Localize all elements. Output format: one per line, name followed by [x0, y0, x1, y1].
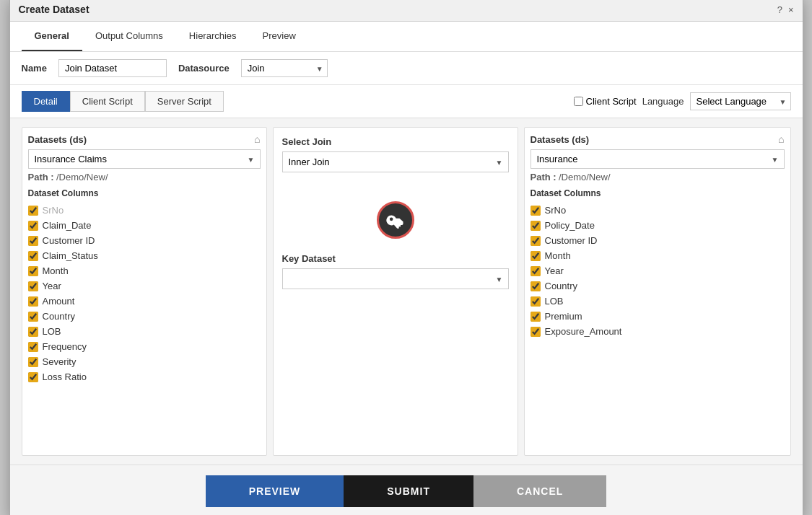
- col-checkbox-month-right[interactable]: [531, 251, 541, 261]
- help-icon[interactable]: ?: [777, 4, 782, 15]
- datasource-select[interactable]: Join SQL CSV: [241, 59, 328, 77]
- list-item: Month: [531, 248, 785, 263]
- col-checkbox-lob-right[interactable]: [531, 296, 541, 307]
- col-checkbox-claimstatus[interactable]: [28, 251, 38, 261]
- col-label-frequency: Frequency: [43, 341, 87, 352]
- left-path-value: /Demo/New/: [56, 172, 108, 182]
- col-label-country-left: Country: [43, 311, 76, 322]
- list-item: Country: [531, 278, 785, 294]
- col-label-exposureamount: Exposure_Amount: [545, 326, 622, 337]
- subtab-server-script[interactable]: Server Script: [145, 91, 224, 112]
- tab-general[interactable]: General: [22, 22, 82, 51]
- list-item: Customer ID: [531, 233, 785, 248]
- col-checkbox-lossratio[interactable]: [28, 372, 38, 382]
- select-join-label: Select Join: [282, 136, 509, 147]
- col-label-lob-left: LOB: [43, 326, 61, 337]
- list-item: Frequency: [28, 339, 261, 354]
- left-home-icon[interactable]: ⌂: [254, 133, 260, 145]
- col-checkbox-claimdate[interactable]: [28, 221, 38, 231]
- key-dataset-label: Key Dataset: [282, 253, 509, 264]
- tab-output-columns[interactable]: Output Columns: [82, 22, 176, 51]
- col-checkbox-premium[interactable]: [531, 312, 541, 322]
- language-select[interactable]: Select Language: [690, 92, 791, 110]
- tabs-row: General Output Columns Hierarchies Previ…: [10, 22, 803, 52]
- col-label-srno-left: SrNo: [43, 205, 64, 216]
- cancel-button[interactable]: CANCEL: [473, 475, 606, 507]
- right-columns-title: Dataset Columns: [531, 188, 785, 198]
- right-panel-header: Datasets (ds) ⌂: [531, 133, 785, 145]
- list-item: Loss Ratio: [28, 369, 261, 384]
- client-script-checkbox-wrapper: Client Script: [574, 96, 637, 107]
- col-label-claimdate: Claim_Date: [43, 220, 92, 231]
- col-checkbox-year-right[interactable]: [531, 266, 541, 276]
- col-checkbox-customerid-right[interactable]: [531, 236, 541, 246]
- right-path-label: Path :: [531, 172, 556, 182]
- col-checkbox-lob-left[interactable]: [28, 327, 38, 337]
- col-label-country-right: Country: [545, 281, 578, 291]
- language-label: Language: [642, 96, 684, 107]
- close-icon[interactable]: ×: [788, 4, 794, 15]
- preview-button[interactable]: PREVIEW: [206, 475, 344, 507]
- col-label-customerid-left: Customer ID: [43, 235, 95, 246]
- col-checkbox-month-left[interactable]: [28, 266, 38, 276]
- footer: PREVIEW SUBMIT CANCEL: [10, 465, 803, 515]
- name-label: Name: [22, 63, 47, 74]
- col-checkbox-severity[interactable]: [28, 357, 38, 367]
- col-checkbox-country-left[interactable]: [28, 312, 38, 322]
- client-script-checkbox[interactable]: [574, 97, 583, 106]
- col-label-srno-right: SrNo: [545, 205, 567, 216]
- col-checkbox-country-right[interactable]: [531, 281, 541, 291]
- left-panel-header: Datasets (ds) ⌂: [28, 133, 261, 145]
- key-dataset-wrapper: [282, 268, 509, 289]
- submit-button[interactable]: SUBMIT: [344, 475, 473, 507]
- center-panel: Select Join Inner Join Left Join Right J…: [273, 127, 518, 456]
- list-item: SrNo: [531, 203, 785, 218]
- list-item: Premium: [531, 309, 785, 324]
- col-label-customerid-right: Customer ID: [545, 235, 598, 246]
- list-item: Claim_Date: [28, 218, 261, 233]
- left-path-label: Path :: [28, 172, 54, 182]
- left-dataset-select[interactable]: Insurance Claims: [28, 149, 261, 169]
- key-icon-circle[interactable]: [377, 201, 414, 239]
- subtab-client-script[interactable]: Client Script: [70, 91, 145, 112]
- col-label-year-left: Year: [43, 281, 61, 291]
- col-checkbox-srno-right[interactable]: [531, 206, 541, 216]
- name-row: Name Datasource Join SQL CSV: [10, 52, 803, 85]
- col-checkbox-year-left[interactable]: [28, 281, 38, 291]
- right-dataset-select[interactable]: Insurance: [531, 149, 785, 169]
- datasource-wrapper: Join SQL CSV: [241, 59, 328, 77]
- left-columns-title: Dataset Columns: [28, 188, 261, 198]
- col-checkbox-customerid-left[interactable]: [28, 236, 38, 246]
- col-checkbox-srno-left[interactable]: [28, 206, 38, 216]
- col-label-premium: Premium: [545, 311, 582, 322]
- key-icon: [385, 210, 406, 230]
- datasource-label: Datasource: [178, 63, 230, 74]
- key-dataset-select[interactable]: [282, 268, 509, 289]
- col-checkbox-exposureamount[interactable]: [531, 327, 541, 337]
- right-panel: Datasets (ds) ⌂ Insurance Path : /Demo/N…: [524, 127, 791, 456]
- left-columns-list: SrNo Claim_Date Customer ID Claim_Status…: [28, 203, 261, 384]
- left-ds-dropdown-wrapper: Insurance Claims: [28, 149, 261, 169]
- left-datasets-label: Datasets (ds): [28, 134, 87, 145]
- join-type-select[interactable]: Inner Join Left Join Right Join Full Joi…: [282, 151, 509, 172]
- right-datasets-label: Datasets (ds): [531, 134, 590, 145]
- list-item: LOB: [28, 324, 261, 339]
- right-ds-dropdown-wrapper: Insurance: [531, 149, 785, 169]
- list-item: Year: [28, 278, 261, 294]
- tab-preview[interactable]: Preview: [250, 22, 309, 51]
- col-checkbox-frequency[interactable]: [28, 342, 38, 352]
- tab-hierarchies[interactable]: Hierarchies: [176, 22, 250, 51]
- col-label-claimstatus: Claim_Status: [43, 250, 98, 261]
- right-home-icon[interactable]: ⌂: [778, 133, 784, 145]
- create-dataset-dialog: Create Dataset ? × General Output Column…: [9, 0, 803, 515]
- col-checkbox-amount[interactable]: [28, 296, 38, 307]
- name-input[interactable]: [58, 59, 167, 77]
- list-item: Severity: [28, 354, 261, 369]
- dialog-title: Create Dataset: [19, 4, 90, 15]
- list-item: Customer ID: [28, 233, 261, 248]
- col-label-month-left: Month: [43, 265, 69, 276]
- col-checkbox-policydate[interactable]: [531, 221, 541, 231]
- dialog-titlebar: Create Dataset ? ×: [10, 0, 803, 22]
- list-item: Exposure_Amount: [531, 324, 785, 339]
- subtab-detail[interactable]: Detail: [22, 91, 70, 112]
